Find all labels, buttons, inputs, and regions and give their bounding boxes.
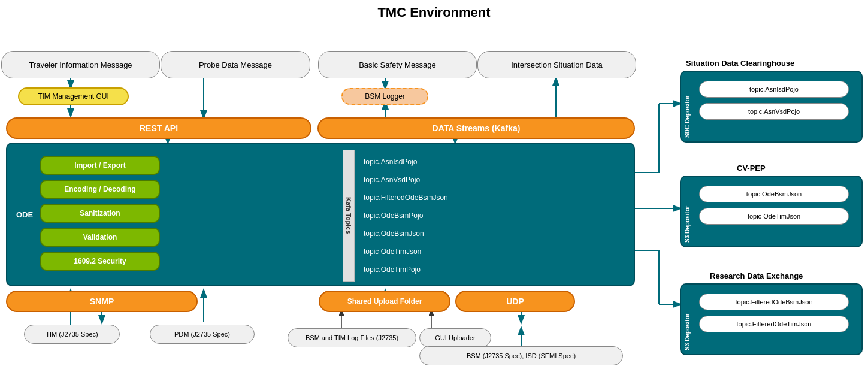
kafka-topics-label: Kafa Topics	[345, 197, 352, 234]
bsm-tim-log-pill: BSM and TIM Log Files (J2735)	[288, 328, 416, 347]
rde-panel: S3 Depositor topic.FilteredOdeBsmJson to…	[680, 283, 863, 355]
kafka-divider: Kafa Topics	[343, 150, 355, 282]
kafka-topic-6: topic.OdeTimPojo	[364, 265, 621, 274]
tim-spec-pill: TIM (J2735 Spec)	[24, 325, 120, 344]
gui-uploader-pill: GUI Uploader	[419, 328, 491, 347]
kafka-topic-4: topic.OdeBsmJson	[364, 229, 621, 238]
rest-api-bar: REST API	[6, 117, 311, 139]
cvpep-title: CV-PEP	[737, 164, 766, 173]
diagram: Traveler Information Message Probe Data …	[0, 23, 868, 369]
kafka-topics-list: topic.AsnIsdPojo topic.AsnVsdPojo topic.…	[358, 150, 627, 282]
snmp-bar: SNMP	[6, 291, 198, 312]
tim-message-pill: Traveler Information Message	[1, 51, 160, 78]
rde-topic-0: topic.FilteredOdeBsmJson	[699, 294, 849, 310]
tim-gui-pill: TIM Management GUI	[18, 87, 129, 105]
rde-depositor-label: S3 Depositor	[684, 291, 691, 350]
bsm-isd-spec-pill: BSM (J2735 Spec), ISD (SEMI Spec)	[419, 346, 623, 365]
pdm-label: Probe Data Message	[199, 61, 272, 69]
pdm-spec-pill: PDM (J2735 Spec)	[150, 325, 255, 344]
sdc-topic-1: topic.AsnVsdPojo	[699, 103, 849, 120]
bsm-logger-pill: BSM Logger	[341, 88, 428, 105]
data-streams-bar: DATA Streams (Kafka)	[317, 117, 635, 139]
cvpep-topic-0: topic.OdeBsmJson	[699, 186, 849, 202]
page-title: TMC Environment	[0, 0, 868, 23]
bsm-message-pill: Basic Safety Message	[318, 51, 477, 78]
shared-upload-bar: Shared Upload Folder	[319, 291, 450, 312]
kafka-topic-2: topic.FilteredOdeBsmJson	[364, 193, 621, 202]
ode-label: ODE	[16, 210, 33, 219]
encoding-decoding-pill: Encoding / Decoding	[40, 180, 160, 199]
cvpep-topic-1: topic OdeTimJson	[699, 208, 849, 225]
rde-title: Research Data Exchange	[710, 271, 803, 280]
cvpep-depositor-label: S3 Depositor	[684, 183, 691, 243]
kafka-topic-0: topic.AsnIsdPojo	[364, 158, 621, 166]
cvpep-panel: S3 Depositor topic.OdeBsmJson topic OdeT…	[680, 176, 863, 247]
ode-box: ODE Import / Export Encoding / Decoding …	[6, 143, 635, 286]
udp-bar: UDP	[455, 291, 575, 312]
pdm-message-pill: Probe Data Message	[161, 51, 310, 78]
sdc-title: Situation Data Clearinghouse	[686, 59, 794, 68]
sdc-topic-0: topic.AsnIsdPojo	[699, 81, 849, 98]
kafka-topic-1: topic.AsnVsdPojo	[364, 176, 621, 184]
sdc-panel: SDC Depositor topic.AsnIsdPojo topic.Asn…	[680, 71, 863, 143]
security-pill: 1609.2 Security	[40, 252, 160, 271]
kafka-topic-3: topic.OdeBsmPojo	[364, 211, 621, 220]
isd-message-pill: Intersection Situation Data	[477, 51, 636, 78]
kafka-topic-5: topic OdeTimJson	[364, 247, 621, 256]
rde-topic-1: topic.FilteredOdeTimJson	[699, 316, 849, 332]
import-export-pill: Import / Export	[40, 156, 160, 175]
sdc-depositor-label: SDC Depositor	[684, 78, 691, 138]
validation-pill: Validation	[40, 228, 160, 247]
sanitization-pill: Sanitization	[40, 204, 160, 223]
